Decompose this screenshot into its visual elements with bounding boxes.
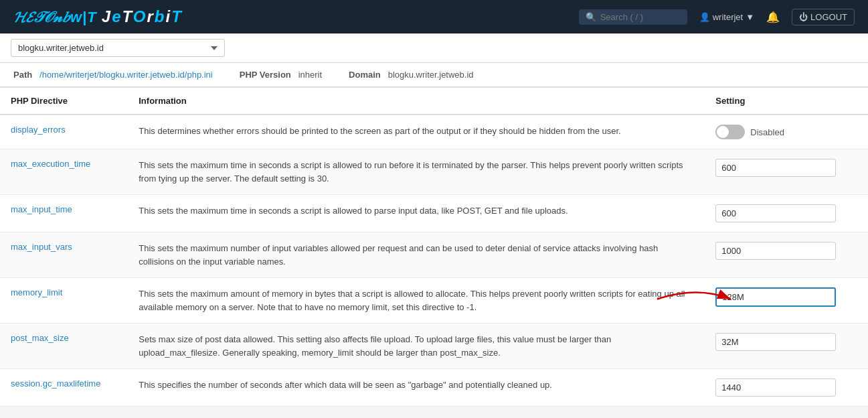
toggle-container: Disabled (715, 125, 857, 139)
php-directives-table: PHP Directive Information Setting displa… (0, 87, 868, 407)
user-icon: 👤 (699, 12, 710, 22)
table-row: post_max_sizeSets max size of post data … (0, 324, 868, 369)
logout-icon: ⏻ (799, 12, 808, 22)
header: 𝓗𝓔𝒯𝒪𝓃𝑏w|T JeTOrbiT 🔍 👤 writerjet ▼ 🔔 ⏻ L… (0, 0, 868, 33)
directive-cell: max_input_time (0, 195, 128, 232)
table-header-row: PHP Directive Information Setting (0, 88, 868, 115)
logo-text: 𝓗𝓔𝒯𝒪𝓃𝑏w|T (13, 9, 97, 25)
directive-cell: max_input_vars (0, 232, 128, 278)
col-directive: PHP Directive (0, 88, 128, 115)
table-row: display_errorsThis determines whether er… (0, 115, 868, 149)
col-information: Information (128, 88, 705, 115)
toggle-switch[interactable] (715, 125, 745, 139)
bell-icon: 🔔 (766, 11, 780, 23)
domain-label: Domain (349, 70, 381, 80)
domain-section: Domain blogku.writer.jetweb.id (349, 70, 473, 80)
table-row: session.gc_maxlifetimeThis specifies the… (0, 369, 868, 407)
info-cell: This sets the maximum amount of memory i… (128, 278, 705, 324)
info-cell: This sets the maximum number of input va… (128, 232, 705, 278)
setting-cell (705, 149, 868, 195)
setting-cell (705, 369, 868, 407)
php-version-section: PHP Version inherit (240, 70, 322, 80)
table-row: memory_limitThis sets the maximum amount… (0, 278, 868, 324)
logo: 𝓗𝓔𝒯𝒪𝓃𝑏w|T JeTOrbiT (13, 7, 183, 26)
info-cell: This determines whether errors should be… (128, 115, 705, 149)
setting-cell (705, 278, 868, 324)
setting-cell (705, 195, 868, 232)
user-menu[interactable]: 👤 writerjet ▼ (699, 12, 754, 22)
domain-value: blogku.writer.jetweb.id (388, 70, 474, 80)
table-row: max_input_varsThis sets the maximum numb… (0, 232, 868, 278)
setting-input[interactable] (715, 378, 836, 397)
table-row: max_execution_timeThis sets the maximum … (0, 149, 868, 195)
search-icon: 🔍 (586, 12, 596, 22)
toggle-label: Disabled (750, 127, 784, 137)
search-bar[interactable]: 🔍 (579, 9, 687, 25)
directive-cell: post_max_size (0, 324, 128, 369)
path-label: Path (13, 70, 32, 80)
setting-input[interactable] (715, 204, 836, 222)
col-setting: Setting (705, 88, 868, 115)
path-value: /home/writerjet/blogku.writer.jetweb.id/… (39, 70, 213, 80)
domain-bar: blogku.writer.jetweb.id (0, 33, 868, 63)
search-input[interactable] (600, 12, 681, 22)
info-cell: Sets max size of post data allowed. This… (128, 324, 705, 369)
setting-input[interactable] (715, 159, 836, 177)
info-cell: This sets the maximum time in seconds a … (128, 195, 705, 232)
path-section: Path /home/writerjet/blogku.writer.jetwe… (13, 70, 213, 80)
setting-cell: Disabled (705, 115, 868, 149)
username-label: writerjet (713, 12, 744, 22)
directive-cell: memory_limit (0, 278, 128, 324)
php-version-label: PHP Version (240, 70, 291, 80)
domain-select[interactable]: blogku.writer.jetweb.id (11, 39, 225, 57)
directive-cell: session.gc_maxlifetime (0, 369, 128, 407)
setting-input[interactable] (715, 333, 836, 351)
logout-label: LOGOUT (810, 12, 847, 22)
path-bar: Path /home/writerjet/blogku.writer.jetwe… (0, 63, 868, 87)
setting-cell (705, 232, 868, 278)
logout-button[interactable]: ⏻ LOGOUT (792, 9, 855, 25)
table-row: max_input_timeThis sets the maximum time… (0, 195, 868, 232)
user-dropdown-icon: ▼ (746, 12, 754, 22)
directive-cell: display_errors (0, 115, 128, 149)
directive-cell: max_execution_time (0, 149, 128, 195)
setting-input[interactable] (715, 242, 836, 260)
info-cell: This sets the maximum time in seconds a … (128, 149, 705, 195)
notification-bell[interactable]: 🔔 (766, 11, 780, 23)
php-version-value: inherit (298, 70, 322, 80)
header-right: 🔍 👤 writerjet ▼ 🔔 ⏻ LOGOUT (579, 9, 855, 25)
info-cell: This specifies the number of seconds aft… (128, 369, 705, 407)
setting-input[interactable] (715, 287, 836, 307)
logo-display: JeTOrbiT (102, 7, 183, 25)
setting-cell (705, 324, 868, 369)
